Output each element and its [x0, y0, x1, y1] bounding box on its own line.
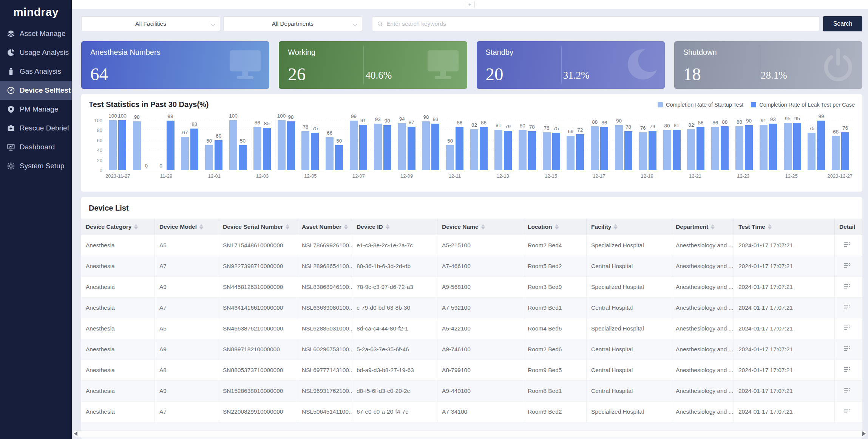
bar[interactable]: 98	[422, 121, 430, 170]
sort-asc-icon[interactable]	[614, 224, 618, 226]
sidebar-item-dashboard[interactable]: Dashboard	[0, 138, 72, 157]
bar[interactable]: 100	[109, 120, 117, 170]
bar[interactable]: 72	[576, 134, 584, 170]
legend-item[interactable]: Completion Rate of Startup Test	[658, 102, 743, 108]
bar[interactable]: 88	[735, 126, 743, 170]
bar[interactable]: 67	[181, 137, 189, 170]
detail-button[interactable]	[843, 241, 851, 250]
detail-button[interactable]	[843, 283, 851, 291]
sort-asc-icon[interactable]	[286, 224, 289, 226]
sort-asc-icon[interactable]	[555, 224, 559, 226]
bar[interactable]: 86	[600, 127, 608, 170]
bar[interactable]: 100	[229, 120, 237, 170]
bar[interactable]: 86	[697, 127, 704, 170]
horizontal-scrollbar[interactable]	[73, 431, 866, 437]
bar[interactable]: 99	[167, 121, 175, 170]
bar[interactable]: 87	[408, 127, 415, 170]
bar[interactable]: 95	[784, 123, 792, 170]
sort-desc-icon[interactable]	[481, 227, 485, 230]
bar[interactable]: 76	[639, 132, 647, 170]
search-input[interactable]	[386, 20, 814, 27]
bar[interactable]: 83	[190, 129, 198, 170]
sort-control[interactable]	[481, 224, 485, 230]
bar[interactable]: 86	[480, 127, 488, 170]
sort-control[interactable]	[711, 224, 715, 230]
scroll-left-icon[interactable]	[74, 431, 77, 436]
bar[interactable]: 79	[649, 131, 656, 170]
sort-asc-icon[interactable]	[134, 224, 138, 226]
bar[interactable]: 50	[239, 145, 247, 170]
sort-asc-icon[interactable]	[711, 224, 715, 226]
sort-desc-icon[interactable]	[344, 227, 348, 230]
bar[interactable]: 69	[567, 136, 575, 170]
bar[interactable]: 66	[326, 137, 334, 170]
sort-desc-icon[interactable]	[134, 227, 138, 230]
sort-desc-icon[interactable]	[555, 227, 559, 230]
bar[interactable]: 50	[205, 145, 213, 170]
bar[interactable]: 76	[841, 132, 849, 170]
detail-button[interactable]	[843, 345, 851, 354]
bar[interactable]: 90	[745, 125, 753, 170]
detail-button[interactable]	[843, 408, 851, 416]
sidebar-item-gas-analysis[interactable]: Gas Analysis	[0, 62, 72, 81]
sidebar-item-device-selftest[interactable]: Device Selftest	[0, 81, 72, 100]
sort-desc-icon[interactable]	[386, 227, 389, 230]
bar[interactable]: 82	[687, 129, 695, 170]
bar[interactable]: 91	[359, 125, 367, 170]
bar[interactable]: 60	[215, 140, 222, 170]
bar[interactable]: 95	[793, 123, 801, 170]
bar[interactable]: 86	[253, 127, 261, 170]
bar[interactable]: 79	[504, 131, 512, 170]
bar[interactable]: 81	[673, 130, 681, 170]
sort-control[interactable]	[134, 224, 138, 230]
bar[interactable]: 78	[624, 131, 632, 170]
detail-button[interactable]	[843, 262, 851, 270]
legend-item[interactable]: Completion Rate of Leak Test per Case	[751, 102, 855, 108]
bar[interactable]: 50	[446, 145, 454, 170]
facility-select[interactable]: All Facilities	[81, 16, 220, 31]
sidebar-item-rescue-debrief[interactable]: Rescue Debrief	[0, 119, 72, 138]
bar[interactable]: 100	[278, 120, 286, 170]
bar[interactable]: 93	[431, 124, 439, 170]
bar[interactable]: 78	[301, 131, 309, 170]
bar[interactable]: 75	[808, 133, 815, 170]
detail-button[interactable]	[843, 304, 851, 312]
sort-asc-icon[interactable]	[386, 224, 389, 226]
sort-control[interactable]	[286, 224, 289, 230]
bar[interactable]: 100	[118, 120, 126, 170]
bar[interactable]: 88	[591, 126, 599, 170]
sort-desc-icon[interactable]	[768, 227, 772, 230]
sort-control[interactable]	[555, 224, 559, 230]
sort-asc-icon[interactable]	[199, 224, 203, 226]
sort-desc-icon[interactable]	[286, 227, 289, 230]
bar[interactable]: 85	[263, 128, 271, 170]
bar[interactable]: 82	[470, 129, 478, 170]
detail-button[interactable]	[843, 387, 851, 395]
bar[interactable]: 76	[543, 132, 551, 170]
sort-asc-icon[interactable]	[768, 224, 772, 226]
sort-control[interactable]	[199, 224, 203, 230]
sidebar-item-usage-analysis[interactable]: Usage Analysis	[0, 43, 72, 62]
sort-desc-icon[interactable]	[199, 227, 203, 230]
bar[interactable]: 75	[311, 133, 319, 170]
scroll-right-icon[interactable]	[862, 431, 866, 436]
bar[interactable]: 98	[133, 121, 141, 170]
bar[interactable]: 75	[552, 133, 560, 170]
sort-control[interactable]	[386, 224, 389, 230]
bar[interactable]: 88	[721, 126, 729, 170]
bar[interactable]: 68	[832, 136, 840, 170]
bar[interactable]: 50	[335, 145, 343, 170]
sort-control[interactable]	[614, 224, 618, 230]
bar[interactable]: 91	[760, 125, 768, 170]
bar[interactable]: 78	[528, 131, 536, 170]
sort-asc-icon[interactable]	[344, 224, 348, 226]
detail-button[interactable]	[843, 324, 851, 333]
detail-button[interactable]	[843, 366, 851, 374]
bar[interactable]: 86	[711, 127, 719, 170]
sort-asc-icon[interactable]	[481, 224, 485, 226]
sort-desc-icon[interactable]	[614, 227, 618, 230]
bar[interactable]: 99	[350, 121, 358, 170]
bar[interactable]: 80	[519, 130, 527, 170]
bar[interactable]: 99	[817, 121, 825, 170]
sort-desc-icon[interactable]	[711, 227, 715, 230]
